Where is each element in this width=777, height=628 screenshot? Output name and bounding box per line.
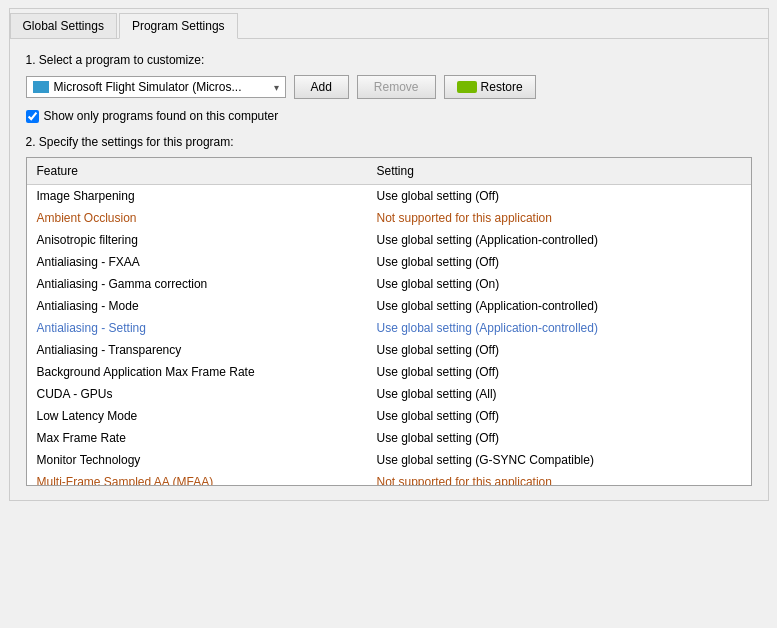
nvidia-icon <box>457 81 477 93</box>
cell-setting: Use global setting (On) <box>367 275 751 293</box>
table-row[interactable]: Anisotropic filtering Use global setting… <box>27 229 751 251</box>
cell-setting: Use global setting (Off) <box>367 407 751 425</box>
table-row[interactable]: Low Latency Mode Use global setting (Off… <box>27 405 751 427</box>
cell-feature: CUDA - GPUs <box>27 385 367 403</box>
cell-feature: Monitor Technology <box>27 451 367 469</box>
table-row[interactable]: Background Application Max Frame Rate Us… <box>27 361 751 383</box>
chevron-down-icon: ▾ <box>274 82 279 93</box>
content-area: 1. Select a program to customize: Micros… <box>10 39 768 500</box>
tab-global-settings[interactable]: Global Settings <box>10 13 117 38</box>
program-dropdown[interactable]: Microsoft Flight Simulator (Micros... ▾ <box>26 76 286 98</box>
settings-table-wrapper: Feature Setting Image Sharpening Use glo… <box>26 157 752 486</box>
cell-setting: Use global setting (All) <box>367 385 751 403</box>
program-dropdown-text: Microsoft Flight Simulator (Micros... <box>54 80 270 94</box>
section2-label: 2. Specify the settings for this program… <box>26 135 752 149</box>
cell-setting: Use global setting (Off) <box>367 429 751 447</box>
table-row[interactable]: CUDA - GPUs Use global setting (All) <box>27 383 751 405</box>
table-row[interactable]: Antialiasing - Mode Use global setting (… <box>27 295 751 317</box>
cell-setting: Use global setting (Off) <box>367 341 751 359</box>
table-body[interactable]: Image Sharpening Use global setting (Off… <box>27 185 751 485</box>
cell-feature: Background Application Max Frame Rate <box>27 363 367 381</box>
show-only-programs-checkbox[interactable] <box>26 110 39 123</box>
cell-feature: Image Sharpening <box>27 187 367 205</box>
cell-feature: Antialiasing - Setting <box>27 319 367 337</box>
table-body-row: Image Sharpening Use global setting (Off… <box>27 185 751 485</box>
table-row[interactable]: Ambient Occlusion Not supported for this… <box>27 207 751 229</box>
restore-button[interactable]: Restore <box>444 75 536 99</box>
table-header: Feature Setting <box>27 158 751 185</box>
table-row[interactable]: Multi-Frame Sampled AA (MFAA) Not suppor… <box>27 471 751 485</box>
table-row[interactable]: Antialiasing - FXAA Use global setting (… <box>27 251 751 273</box>
table-row[interactable]: Antialiasing - Setting Use global settin… <box>27 317 751 339</box>
main-panel: Global Settings Program Settings 1. Sele… <box>9 8 769 501</box>
show-only-programs-row: Show only programs found on this compute… <box>26 109 752 123</box>
cell-setting: Use global setting (Application-controll… <box>367 231 751 249</box>
tab-program-settings[interactable]: Program Settings <box>119 13 238 39</box>
table-row[interactable]: Monitor Technology Use global setting (G… <box>27 449 751 471</box>
col-feature-header: Feature <box>27 162 367 180</box>
table-row[interactable]: Image Sharpening Use global setting (Off… <box>27 185 751 207</box>
restore-label: Restore <box>481 80 523 94</box>
cell-setting: Use global setting (Application-controll… <box>367 297 751 315</box>
cell-setting: Use global setting (Off) <box>367 187 751 205</box>
show-only-programs-label: Show only programs found on this compute… <box>44 109 279 123</box>
tab-bar: Global Settings Program Settings <box>10 9 768 39</box>
cell-feature: Max Frame Rate <box>27 429 367 447</box>
cell-setting: Use global setting (Off) <box>367 253 751 271</box>
header-scroll-spacer <box>735 162 751 180</box>
program-select-row: Microsoft Flight Simulator (Micros... ▾ … <box>26 75 752 99</box>
cell-setting: Use global setting (Off) <box>367 363 751 381</box>
cell-feature: Multi-Frame Sampled AA (MFAA) <box>27 473 367 485</box>
cell-feature: Antialiasing - FXAA <box>27 253 367 271</box>
cell-setting: Not supported for this application <box>367 473 751 485</box>
cell-feature: Low Latency Mode <box>27 407 367 425</box>
cell-feature: Anisotropic filtering <box>27 231 367 249</box>
cell-setting: Use global setting (G-SYNC Compatible) <box>367 451 751 469</box>
add-button[interactable]: Add <box>294 75 349 99</box>
remove-button[interactable]: Remove <box>357 75 436 99</box>
cell-feature: Antialiasing - Gamma correction <box>27 275 367 293</box>
program-icon <box>33 81 49 93</box>
settings-table: Feature Setting Image Sharpening Use glo… <box>26 157 752 486</box>
table-row[interactable]: Antialiasing - Gamma correction Use glob… <box>27 273 751 295</box>
cell-feature: Antialiasing - Mode <box>27 297 367 315</box>
table-row[interactable]: Max Frame Rate Use global setting (Off) <box>27 427 751 449</box>
table-row[interactable]: Antialiasing - Transparency Use global s… <box>27 339 751 361</box>
cell-feature: Ambient Occlusion <box>27 209 367 227</box>
cell-feature: Antialiasing - Transparency <box>27 341 367 359</box>
cell-setting: Not supported for this application <box>367 209 751 227</box>
section1-label: 1. Select a program to customize: <box>26 53 752 67</box>
cell-setting: Use global setting (Application-controll… <box>367 319 751 337</box>
col-setting-header: Setting <box>367 162 735 180</box>
